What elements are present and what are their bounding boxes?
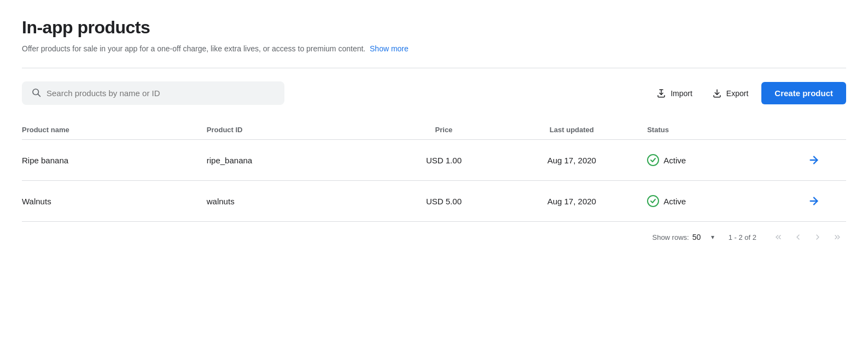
cell-name-0: Ripe banana	[22, 140, 207, 181]
export-label: Export	[726, 89, 748, 98]
col-header-status: Status	[647, 120, 803, 140]
products-table: Product name Product ID Price Last updat…	[22, 120, 846, 222]
rows-per-page-select[interactable]: 10 25 50 100	[692, 233, 715, 241]
svg-line-1	[38, 94, 40, 96]
cell-name-1: Walnuts	[22, 181, 207, 222]
prev-page-button[interactable]	[789, 231, 807, 244]
row-detail-button-1[interactable]	[803, 193, 824, 209]
search-input[interactable]	[46, 89, 275, 98]
status-label-1: Active	[663, 197, 686, 206]
export-button[interactable]: Export	[706, 84, 755, 103]
rows-per-page-wrapper: 10 25 50 100	[692, 233, 715, 241]
status-active-icon-0	[647, 154, 659, 166]
col-header-name: Product name	[22, 120, 207, 140]
table-footer: Show rows: 10 25 50 100 1 - 2 of 2	[22, 222, 846, 244]
cell-id-1: walnuts	[207, 181, 392, 222]
section-divider	[22, 68, 846, 68]
cell-price-0: USD 1.00	[392, 140, 505, 181]
table-row[interactable]: Ripe banana ripe_banana USD 1.00 Aug 17,…	[22, 140, 846, 181]
table-row[interactable]: Walnuts walnuts USD 5.00 Aug 17, 2020 Ac…	[22, 181, 846, 222]
col-header-price: Price	[392, 120, 505, 140]
pagination-buttons	[770, 231, 846, 244]
status-badge-0: Active	[647, 154, 795, 166]
table-body: Ripe banana ripe_banana USD 1.00 Aug 17,…	[22, 140, 846, 222]
cell-arrow-1	[803, 181, 846, 222]
cell-arrow-0	[803, 140, 846, 181]
status-badge-1: Active	[647, 195, 795, 207]
import-label: Import	[671, 89, 692, 98]
first-page-button[interactable]	[770, 231, 787, 244]
show-more-link[interactable]: Show more	[370, 44, 409, 53]
cell-status-1: Active	[647, 181, 803, 222]
status-active-icon-1	[647, 195, 659, 207]
cell-id-0: ripe_banana	[207, 140, 392, 181]
row-detail-button-0[interactable]	[803, 152, 824, 168]
export-icon	[712, 89, 722, 98]
toolbar: Import Export Create product	[22, 81, 846, 105]
cell-updated-0: Aug 17, 2020	[505, 140, 647, 181]
col-header-updated: Last updated	[505, 120, 647, 140]
arrow-right-icon-0	[808, 154, 820, 166]
search-icon	[31, 87, 41, 99]
arrow-right-icon-1	[808, 195, 820, 207]
subtitle-text: Offer products for sale in your app for …	[22, 44, 365, 53]
create-product-button[interactable]: Create product	[761, 82, 846, 104]
page-subtitle: Offer products for sale in your app for …	[22, 43, 846, 55]
cell-status-0: Active	[647, 140, 803, 181]
import-icon	[656, 89, 666, 98]
next-page-button[interactable]	[809, 231, 826, 244]
cell-updated-1: Aug 17, 2020	[505, 181, 647, 222]
import-button[interactable]: Import	[650, 84, 699, 103]
show-rows-label: Show rows:	[652, 233, 689, 241]
status-label-0: Active	[663, 156, 686, 165]
rows-selector: Show rows: 10 25 50 100	[652, 233, 715, 241]
cell-price-1: USD 5.00	[392, 181, 505, 222]
last-page-button[interactable]	[829, 231, 846, 244]
search-box	[22, 81, 284, 105]
col-header-id: Product ID	[207, 120, 392, 140]
table-header: Product name Product ID Price Last updat…	[22, 120, 846, 140]
pagination-info: 1 - 2 of 2	[729, 233, 756, 241]
page-title: In-app products	[22, 17, 846, 38]
